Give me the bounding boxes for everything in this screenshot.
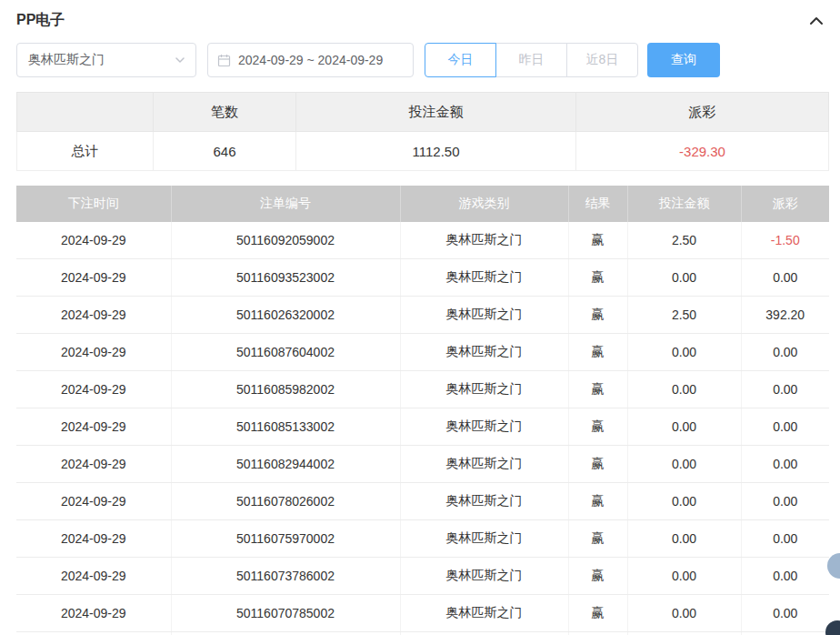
payout-cell: -1.50: [741, 222, 829, 259]
table-row: 2024-09-29 50116092059002 奥林匹斯之门 赢 2.50 …: [16, 222, 829, 259]
bet-id-cell: 50116075970002: [171, 520, 400, 558]
last-8-days-button[interactable]: 近8日: [566, 43, 638, 77]
payout-cell: 0.00: [741, 520, 829, 558]
game-category-cell: 奥林匹斯之门: [400, 558, 568, 595]
payout-cell: 0.00: [741, 632, 829, 635]
chevron-down-icon: [175, 57, 185, 63]
records-header-game-category: 游戏类别: [400, 186, 568, 222]
result-cell: 赢: [568, 446, 627, 483]
bet-id-cell: 50116078026002: [171, 483, 400, 520]
bet-amount-cell: 0.00: [627, 371, 741, 408]
collapse-chevron-up-icon[interactable]: [809, 15, 824, 26]
summary-total-count: 646: [154, 132, 296, 171]
bet-time-cell: 2024-09-29: [16, 558, 171, 595]
records-header-payout: 派彩: [741, 186, 829, 222]
payout-cell: 392.20: [741, 297, 829, 334]
bet-time-cell: 2024-09-29: [16, 259, 171, 297]
summary-table: 笔数 投注金额 派彩 总计 646 1112.50 -329.30: [16, 92, 829, 171]
game-select-value: 奥林匹斯之门: [28, 52, 105, 68]
result-cell: 赢: [568, 371, 627, 408]
summary-header-row: 笔数 投注金额 派彩: [17, 93, 829, 132]
game-category-cell: 奥林匹斯之门: [400, 222, 568, 259]
table-row: 2024-09-29 50116073786002 奥林匹斯之门 赢 0.00 …: [16, 558, 829, 595]
bet-amount-cell: 0.00: [627, 520, 741, 558]
table-row: 2024-09-29 50116068193002 奥林匹斯之门 赢 0.00 …: [16, 632, 829, 635]
bet-time-cell: 2024-09-29: [16, 334, 171, 371]
game-category-cell: 奥林匹斯之门: [400, 520, 568, 558]
records-header-bet-time: 下注时间: [16, 186, 171, 222]
summary-total-payout: -329.30: [576, 132, 829, 171]
game-select[interactable]: 奥林匹斯之门: [16, 43, 196, 77]
bet-time-cell: 2024-09-29: [16, 408, 171, 446]
bet-id-cell: 50116070785002: [171, 595, 400, 632]
records-body: 2024-09-29 50116092059002 奥林匹斯之门 赢 2.50 …: [16, 222, 829, 635]
bet-amount-cell: 2.50: [627, 297, 741, 334]
game-category-cell: 奥林匹斯之门: [400, 483, 568, 520]
result-cell: 赢: [568, 520, 627, 558]
bet-time-cell: 2024-09-29: [16, 371, 171, 408]
yesterday-button[interactable]: 昨日: [495, 43, 567, 77]
bet-id-cell: 50116085133002: [171, 408, 400, 446]
summary-total-bet-amount: 1112.50: [296, 132, 576, 171]
records-header-bet-amount: 投注金额: [627, 186, 741, 222]
bet-time-cell: 2024-09-29: [16, 297, 171, 334]
records-header-result: 结果: [568, 186, 627, 222]
bet-time-cell: 2024-09-29: [16, 632, 171, 635]
bet-amount-cell: 0.00: [627, 259, 741, 297]
payout-cell: 0.00: [741, 371, 829, 408]
bet-amount-cell: 0.00: [627, 334, 741, 371]
table-row: 2024-09-29 50116082944002 奥林匹斯之门 赢 0.00 …: [16, 446, 829, 483]
calendar-icon: [217, 54, 231, 67]
bet-amount-cell: 0.00: [627, 595, 741, 632]
table-row: 2024-09-29 50116026320002 奥林匹斯之门 赢 2.50 …: [16, 297, 829, 334]
page-title: PP电子: [16, 11, 65, 30]
bet-id-cell: 50116087604002: [171, 334, 400, 371]
result-cell: 赢: [568, 334, 627, 371]
table-row: 2024-09-29 50116070785002 奥林匹斯之门 赢 0.00 …: [16, 595, 829, 632]
bet-id-cell: 50116082944002: [171, 446, 400, 483]
table-row: 2024-09-29 50116078026002 奥林匹斯之门 赢 0.00 …: [16, 483, 829, 520]
bet-amount-cell: 0.00: [627, 446, 741, 483]
payout-cell: 0.00: [741, 259, 829, 297]
bet-time-cell: 2024-09-29: [16, 483, 171, 520]
date-range-picker[interactable]: 2024-09-29 ~ 2024-09-29: [207, 43, 414, 77]
table-row: 2024-09-29 50116093523002 奥林匹斯之门 赢 0.00 …: [16, 259, 829, 297]
payout-cell: 0.00: [741, 408, 829, 446]
bet-time-cell: 2024-09-29: [16, 446, 171, 483]
result-cell: 赢: [568, 297, 627, 334]
content-area: 笔数 投注金额 派彩 总计 646 1112.50 -329.30: [0, 92, 840, 635]
bet-id-cell: 50116085982002: [171, 371, 400, 408]
today-button[interactable]: 今日: [425, 43, 496, 77]
game-category-cell: 奥林匹斯之门: [400, 297, 568, 334]
game-category-cell: 奥林匹斯之门: [400, 446, 568, 483]
bet-id-cell: 50116073786002: [171, 558, 400, 595]
records-header-row: 下注时间 注单编号 游戏类别 结果 投注金额 派彩: [16, 186, 829, 222]
summary-header-blank: [17, 93, 154, 132]
game-category-cell: 奥林匹斯之门: [400, 259, 568, 297]
search-button[interactable]: 查询: [647, 43, 720, 77]
filter-bar: 奥林匹斯之门 2024-09-29 ~ 2024-09-29 今日 昨日 近8日…: [0, 37, 840, 92]
panel-header: PP电子: [0, 0, 840, 37]
quick-date-button-group: 今日 昨日 近8日: [425, 43, 638, 77]
result-cell: 赢: [568, 632, 627, 635]
summary-total-row: 总计 646 1112.50 -329.30: [17, 132, 829, 171]
bet-time-cell: 2024-09-29: [16, 520, 171, 558]
records-table: 下注时间 注单编号 游戏类别 结果 投注金额 派彩 2024-09-29 501…: [16, 186, 829, 635]
bet-id-cell: 50116026320002: [171, 297, 400, 334]
payout-cell: 0.00: [741, 483, 829, 520]
table-row: 2024-09-29 50116075970002 奥林匹斯之门 赢 0.00 …: [16, 520, 829, 558]
payout-cell: 0.00: [741, 558, 829, 595]
records-header-bet-id: 注单编号: [171, 186, 400, 222]
bet-amount-cell: 0.00: [627, 632, 741, 635]
table-row: 2024-09-29 50116085133002 奥林匹斯之门 赢 0.00 …: [16, 408, 829, 446]
pp-games-panel: PP电子 奥林匹斯之门 2024-09-29 ~ 2024-09-29 今日: [0, 0, 840, 635]
table-row: 2024-09-29 50116085982002 奥林匹斯之门 赢 0.00 …: [16, 371, 829, 408]
bet-id-cell: 50116093523002: [171, 259, 400, 297]
bet-id-cell: 50116092059002: [171, 222, 400, 259]
table-row: 2024-09-29 50116087604002 奥林匹斯之门 赢 0.00 …: [16, 334, 829, 371]
game-category-cell: 奥林匹斯之门: [400, 632, 568, 635]
bet-amount-cell: 0.00: [627, 408, 741, 446]
payout-cell: 0.00: [741, 446, 829, 483]
game-category-cell: 奥林匹斯之门: [400, 408, 568, 446]
game-category-cell: 奥林匹斯之门: [400, 371, 568, 408]
